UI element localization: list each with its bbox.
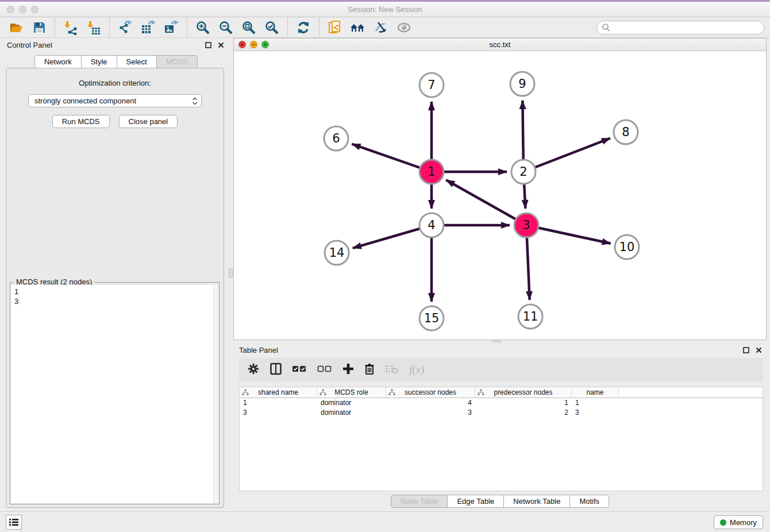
graph-node-8[interactable]: 8	[614, 120, 638, 144]
create-column-icon[interactable]	[342, 363, 354, 377]
show-columns-icon[interactable]	[270, 363, 282, 377]
column-header-successor-nodes[interactable]: successor nodes	[386, 387, 475, 398]
titlebar: Session: New Session	[0, 2, 770, 17]
tab-motifs[interactable]: Motifs	[570, 495, 609, 508]
cell-name[interactable]: 3	[572, 408, 619, 418]
cell-predecessor-nodes[interactable]: 2	[475, 408, 572, 418]
open-session-icon[interactable]	[7, 19, 25, 36]
export-network-icon[interactable]	[117, 19, 134, 36]
column-header-mcds-role[interactable]: MCDS role	[317, 387, 386, 398]
tab-mcds[interactable]: MCDS	[157, 55, 198, 68]
deselect-all-columns-icon[interactable]	[317, 364, 332, 376]
zoom-in-icon[interactable]	[194, 19, 211, 36]
home-neighbors-icon[interactable]	[349, 19, 367, 36]
toolbar-separator	[187, 18, 187, 37]
mcds-result-box[interactable]: 1 3	[11, 285, 218, 503]
network-zoom-button[interactable]	[261, 41, 269, 48]
refresh-layout-icon[interactable]	[295, 19, 312, 36]
cell-name[interactable]: 1	[572, 398, 619, 408]
column-header-shared-name[interactable]: shared name	[240, 387, 317, 398]
column-header-predecessor-nodes[interactable]: predecessor nodes	[475, 387, 572, 398]
svg-text:6: 6	[332, 132, 340, 145]
zoom-selected-icon[interactable]	[263, 19, 280, 36]
tab-node-table[interactable]: Node Table	[391, 495, 448, 508]
network-canvas[interactable]: 7968124314101511	[234, 52, 766, 340]
search-icon	[602, 23, 611, 32]
network-view-window: scc.txt 7968124314101511	[233, 38, 767, 340]
task-history-button[interactable]	[6, 515, 22, 530]
graph-node-2[interactable]: 2	[511, 160, 536, 184]
graph-node-1[interactable]: 1	[419, 160, 444, 184]
run-mcds-button[interactable]: Run MCDS	[52, 115, 110, 128]
node-table[interactable]: shared name MCDS role successor nodes pr…	[239, 387, 763, 491]
search-input[interactable]	[596, 21, 764, 34]
graph-node-11[interactable]: 11	[518, 304, 542, 329]
cell-shared-name[interactable]: 3	[240, 408, 317, 418]
tab-network-table[interactable]: Network Table	[504, 495, 570, 508]
zoom-fit-icon[interactable]	[240, 19, 257, 36]
save-session-icon[interactable]	[30, 19, 48, 36]
close-table-panel-icon[interactable]	[754, 345, 763, 354]
mcds-result-scrollbar[interactable]	[213, 285, 218, 503]
cell-mcds-role[interactable]: dominator	[317, 398, 386, 408]
delete-column-trash-icon[interactable]	[364, 363, 375, 377]
zoom-out-icon[interactable]	[217, 19, 234, 36]
cell-successor-nodes[interactable]: 3	[386, 408, 475, 418]
cell-successor-nodes[interactable]: 4	[386, 398, 475, 408]
hierarchy-icon	[478, 389, 484, 398]
network-minimize-button[interactable]	[250, 41, 257, 48]
svg-text:11: 11	[523, 310, 538, 323]
import-table-icon[interactable]	[85, 19, 102, 36]
float-panel-icon[interactable]	[203, 40, 213, 49]
tab-select[interactable]: Select	[117, 55, 157, 68]
cell-mcds-role[interactable]: dominator	[317, 408, 386, 418]
close-panel-button[interactable]: Close panel	[119, 115, 178, 128]
table-toolbar: f(x)	[239, 358, 763, 382]
optimization-select[interactable]: strongly connected component	[28, 94, 202, 107]
svg-text:3: 3	[522, 218, 530, 232]
tab-edge-table[interactable]: Edge Table	[448, 495, 504, 508]
optimization-value: strongly connected component	[34, 97, 136, 105]
svg-text:15: 15	[424, 311, 440, 325]
import-network-icon[interactable]	[62, 19, 79, 36]
table-panel-title: Table Panel	[237, 346, 278, 354]
cell-predecessor-nodes[interactable]: 1	[475, 398, 572, 408]
graph-node-7[interactable]: 7	[419, 73, 444, 97]
graph-edge-3-1	[446, 180, 526, 225]
graph-node-9[interactable]: 9	[510, 72, 534, 96]
export-image-icon[interactable]	[163, 19, 180, 36]
hierarchy-icon	[388, 389, 395, 398]
mcds-panel: Optimization criterion: strongly connect…	[6, 68, 224, 508]
clone-network-icon[interactable]	[326, 19, 344, 36]
graph-node-15[interactable]: 15	[419, 306, 444, 330]
table-settings-gear-icon[interactable]	[247, 363, 260, 377]
export-table-icon[interactable]	[140, 19, 157, 36]
network-close-button[interactable]	[238, 41, 246, 48]
graphics-details-icon[interactable]	[372, 19, 390, 36]
select-all-columns-icon[interactable]	[292, 364, 307, 376]
column-header-name[interactable]: name	[572, 387, 619, 398]
vertical-splitter-handle[interactable]	[229, 268, 233, 277]
tab-network[interactable]: Network	[34, 55, 82, 68]
memory-button[interactable]: Memory	[714, 515, 763, 529]
tab-style[interactable]: Style	[82, 55, 117, 68]
toolbar-separator	[287, 18, 288, 37]
hierarchy-icon	[319, 389, 326, 398]
table-row[interactable]: 3 dominator 3 2 3	[240, 408, 763, 418]
mcds-result-group: MCDS result (2 nodes) 1 3	[10, 282, 220, 504]
graph-node-10[interactable]: 10	[615, 235, 639, 259]
graph-node-4[interactable]: 4	[419, 213, 444, 237]
close-panel-icon[interactable]	[216, 40, 225, 49]
table-row[interactable]: 1 dominator 4 1 1	[240, 398, 763, 408]
network-window-titlebar[interactable]: scc.txt	[234, 38, 766, 51]
optimization-label: Optimization criterion:	[6, 79, 224, 87]
control-panel-title: Control Panel	[7, 41, 52, 49]
float-table-panel-icon[interactable]	[741, 345, 750, 354]
graph-node-3[interactable]: 3	[514, 213, 538, 237]
memory-status-dot	[720, 519, 726, 526]
cell-shared-name[interactable]: 1	[240, 398, 317, 408]
eye-icon[interactable]	[395, 19, 413, 36]
toolbar-separator	[319, 18, 319, 37]
graph-node-6[interactable]: 6	[324, 126, 348, 151]
graph-node-14[interactable]: 14	[325, 241, 349, 265]
